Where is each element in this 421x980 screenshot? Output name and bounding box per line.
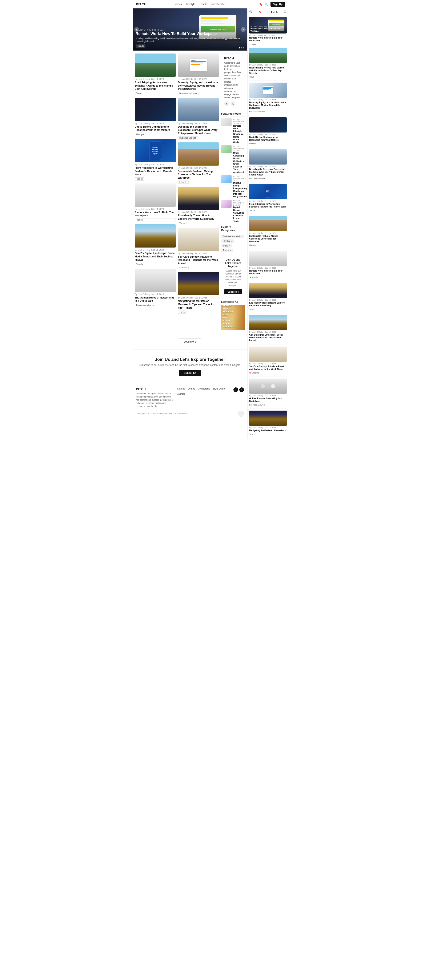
sidebar-post[interactable]: By Liam O'Reilly Sep 14, 2023 Golden Rul…	[249, 379, 287, 409]
sidebar-post[interactable]: By Liam O'Reilly Sep 14, 2023 Remote Wor…	[249, 251, 287, 281]
featured-title: Urban Gardening: How to Cultivate a Gree…	[233, 152, 245, 173]
post-meta: By Liam O'Reilly Sep 14, 2023	[178, 252, 219, 255]
nav-lifestyle[interactable]: Lifestyle	[186, 3, 195, 6]
post-card[interactable]: By Liam O'Reilly Sep 14, 2023 The Golden…	[135, 269, 176, 307]
post-meta: By Liam O'Reilly Sep 14, 2023	[135, 293, 176, 296]
post-tag[interactable]: Travel	[135, 92, 143, 95]
cat-tag-business[interactable]: Business and work ✕	[221, 235, 245, 238]
featured-meta: By Liam O'Reilly Sep 14, 2023	[233, 118, 245, 124]
post-meta: By Liam O'Reilly Sep 14, 2023	[135, 208, 176, 210]
nav-more-icon[interactable]: ⋯	[229, 2, 233, 6]
featured-title: Remote Work Lifestyle: Creating a Home O…	[233, 124, 245, 144]
post-tag[interactable]: Lifestyle	[135, 133, 145, 136]
cat-tag-lifestyle[interactable]: Lifestyle ✕	[221, 239, 235, 243]
cat-tag-travel[interactable]: Travel ✕	[221, 244, 232, 248]
sidebar-post[interactable]: By Liam O'Reilly Sep 14, 2023 Self-Care …	[249, 347, 287, 377]
site-header: PITCH. Demos Lifestyle Trends Membership…	[133, 0, 288, 8]
subscribe-desc: Subscribe to our newsletter and be the f…	[224, 269, 242, 287]
post-tag[interactable]: Travel	[178, 222, 186, 225]
post-tag[interactable]: Trends	[135, 218, 176, 221]
bottom-subscribe-button[interactable]: Subscribe	[179, 370, 200, 376]
hero-prev-button[interactable]: ‹	[134, 27, 139, 32]
post-title: Gen Z's Digital Landscape: Social Media …	[135, 252, 176, 262]
sidebar-post[interactable]: By Liam O'Reilly Sep 14, 2023 Navigating…	[249, 410, 287, 436]
footer-facebook-icon[interactable]: f	[234, 387, 238, 392]
post-card[interactable]: By Liam O'Reilly Sep 14, 2023 Gen Z's Di…	[135, 224, 176, 266]
footer-desc: Welcome to your go-to destination for fr…	[136, 392, 174, 408]
footer-link-signup[interactable]: Sign up	[177, 387, 185, 390]
subscribe-button[interactable]: Subscribe	[224, 289, 242, 294]
sidebar-post[interactable]: By Liam O'Reilly Sep 14, 2023 Sustainabl…	[249, 216, 287, 249]
main-nav: Demos Lifestyle Trends Membership ⋯	[174, 2, 233, 6]
pitch-box-logo: PITCH.	[224, 57, 242, 60]
facebook-icon[interactable]: f	[224, 101, 229, 106]
sidebar-post[interactable]: Believe.Achieve.Succeed. By Liam O'Reill…	[249, 184, 287, 214]
subscribe-title: Join Us and Let's Explore Together	[224, 258, 242, 268]
footer-link-demos[interactable]: Demos	[187, 387, 195, 390]
post-card[interactable]: By Liam O'Reilly Sep 14, 2023 Navigating…	[178, 272, 219, 314]
post-tag[interactable]: Business and work	[135, 304, 155, 307]
left-posts-column: By Liam O'Reilly Sep 14, 2023 Road Tripp…	[135, 54, 176, 333]
header-logo: PITCH.	[136, 2, 148, 6]
featured-item[interactable]: By Liam O'Reilly Sep 14, 2023 Mindful Li…	[221, 175, 245, 198]
post-tag[interactable]: Lifestyle	[178, 181, 189, 184]
featured-item[interactable]: By Liam O'Reilly Sep 14, 2023 Digital De…	[221, 200, 245, 223]
bottom-sub-title: Join Us and Let's Explore Together	[137, 357, 243, 362]
widgets-column: PITCH. Welcome to your go-to destination…	[221, 54, 245, 333]
back-to-top-button[interactable]: ↑	[238, 411, 244, 417]
twitter-icon[interactable]: 𝕏	[230, 101, 235, 106]
sponsored-section: Sponsored Ad ▶ Unleash Growth Potential …	[221, 301, 245, 330]
post-title: Road Tripping Across New Zealand: A Guid…	[135, 81, 176, 91]
featured-posts-title: Featured Posts	[221, 112, 245, 116]
sidebar-post[interactable]: By Liam O'Reilly Sep 14, 2023 Gen Z's Di…	[249, 315, 287, 344]
post-card[interactable]: By Liam O'Reilly Sep 14, 2023 Road Tripp…	[135, 54, 176, 95]
nav-trends[interactable]: Trends	[199, 3, 207, 6]
post-tag[interactable]: Business and work	[178, 92, 199, 95]
post-title: From Athleisure to Workleisure: Fashion'…	[135, 166, 176, 176]
post-card[interactable]: DIVERSITY By Liam O'Reilly Sep 14, 2023 …	[178, 54, 219, 95]
featured-item[interactable]: By Liam O'Reilly Sep 14, 2023 Remote Wor…	[221, 118, 245, 144]
post-card[interactable]: By Liam O'Reilly Sep 14, 2023 Eco-friend…	[178, 187, 219, 225]
hero-tag[interactable]: Trends	[135, 45, 145, 48]
cat-tag-trends[interactable]: Trends ✕	[221, 248, 233, 252]
post-tag[interactable]: Travel	[178, 310, 186, 314]
post-tag[interactable]: Trends	[135, 263, 144, 266]
post-meta: By Liam O'Reilly Sep 14, 2023	[135, 123, 176, 125]
sidebar-menu-icon[interactable]: ☰	[284, 10, 287, 13]
post-tag[interactable]: Lifestyle	[178, 266, 189, 269]
sidebar-post[interactable]: By Liam O'Reilly Sep 14, 2023 Road Tripp…	[249, 48, 287, 81]
load-more-button[interactable]: Load More	[179, 338, 201, 345]
hero-next-button[interactable]: ›	[241, 27, 246, 32]
post-card[interactable]: By Liam O'Reilly Sep 14, 2023 Self-Care …	[178, 228, 219, 269]
post-tag[interactable]: Trends	[135, 177, 144, 181]
search-icon[interactable]: 🔍	[265, 3, 268, 6]
featured-meta: By Liam O'Reilly Sep 14, 2023	[233, 145, 245, 152]
featured-item[interactable]: By Liam O'Reilly Sep 14, 2023 Urban Gard…	[221, 145, 245, 173]
footer-twitter-icon[interactable]: 𝕏	[239, 387, 244, 392]
nav-membership[interactable]: Membership	[211, 3, 225, 6]
sidebar-post[interactable]: By Liam O'Reilly Sep 14, 2023 Diversity,…	[249, 83, 287, 115]
post-card[interactable]: By Liam O'Reilly Sep 14, 2023 Remote Wor…	[135, 183, 176, 221]
post-meta: By Liam O'Reilly Sep 14, 2023	[178, 297, 219, 299]
sidebar-post[interactable]: By Liam O'Reilly Sep 14, 2023 Decoding t…	[249, 150, 287, 182]
post-tag[interactable]: Business and work	[178, 136, 199, 140]
sidebar-post[interactable]: By Liam O'Reilly Sep 14, 2023 Digital De…	[249, 117, 287, 147]
sidebar-search-icon[interactable]: 🔍	[249, 10, 253, 13]
bookmark-icon[interactable]: 🔖	[259, 3, 263, 6]
signup-button[interactable]: Sign Up	[270, 2, 285, 7]
sponsored-ad-box[interactable]: ▶ Unleash Growth Potential with Our Cutt…	[221, 305, 245, 330]
post-card[interactable]: By Liam O'Reilly Sep 14, 2023 Digital De…	[135, 98, 176, 136]
post-card[interactable]: By Liam O'Reilly Sep 14, 2023 Decoding t…	[178, 98, 219, 140]
sidebar-bookmark-icon[interactable]: 🔖	[259, 10, 262, 13]
nav-demos[interactable]: Demos	[174, 3, 182, 6]
post-title: Navigating the Markets of Marrakech: Tip…	[178, 299, 219, 309]
post-meta: By Liam O'Reilly Sep 14, 2023	[135, 249, 176, 251]
footer-link-authors[interactable]: Authors	[177, 393, 185, 395]
post-card[interactable]: Believe.Achieve.Succeed.Repeat. By Liam …	[135, 139, 176, 181]
footer-link-membership[interactable]: Membership	[197, 387, 210, 390]
featured-meta: By Liam O'Reilly Sep 14, 2023	[233, 200, 245, 206]
post-card[interactable]: By Liam O'Reilly Sep 14, 2023 Sustainabl…	[178, 142, 219, 184]
footer-link-styleguide[interactable]: Style Guide	[213, 387, 225, 390]
sidebar-hero-post[interactable]: Sell more with email By Liam O'Reilly Se…	[249, 17, 287, 46]
sidebar-post[interactable]: By Liam O'Reilly Sep 14, 2023 Eco-friend…	[249, 283, 287, 313]
